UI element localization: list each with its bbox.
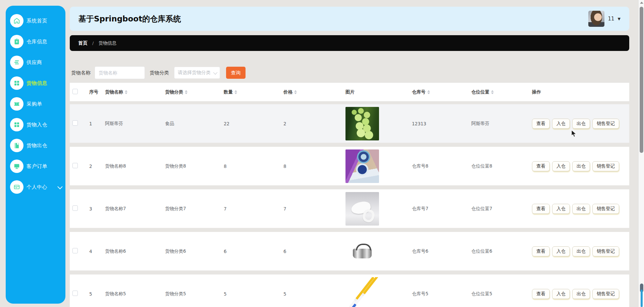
select-all-checkbox[interactable] [72, 89, 78, 94]
cell-goods-category: 食品 [165, 121, 224, 127]
sidebar-item-purchase-order[interactable]: 采购单 [6, 94, 65, 114]
column-header[interactable]: 货物名称 [105, 89, 165, 95]
inbound-button[interactable]: 入仓 [552, 204, 570, 214]
cell-quantity: 5 [224, 291, 283, 297]
inbound-button[interactable]: 入仓 [552, 119, 570, 129]
sort-caret-icon[interactable] [125, 90, 127, 94]
view-button[interactable]: 查看 [532, 119, 550, 129]
sales-register-button[interactable]: 销售登记 [592, 161, 619, 171]
sales-register-button[interactable]: 销售登记 [592, 246, 619, 256]
table-row: 1阿斯蒂芬食品22212313阿斯蒂芬查看入仓出仓销售登记 [70, 104, 629, 143]
sidebar-item-customer-order[interactable]: 客户订单 [6, 156, 65, 177]
user-menu[interactable]: 11 ▼ [588, 11, 621, 27]
cell-location: 仓位位置6 [471, 248, 532, 254]
ticket-icon [10, 97, 23, 111]
grid-icon [10, 76, 23, 90]
cell-location: 仓位位置8 [471, 163, 532, 169]
scrollbar-pin-stem [641, 290, 643, 307]
sidebar-item-supplier[interactable]: 供应商 [6, 52, 65, 73]
card-icon [10, 180, 23, 194]
sidebar-item-label: 货物出仓 [26, 142, 47, 149]
row-checkbox[interactable] [72, 205, 78, 211]
breadcrumb: 首页 / 货物信息 [70, 35, 629, 51]
cell-goods-name: 货物名称5 [105, 291, 165, 297]
column-header: 操作 [532, 89, 629, 95]
view-button[interactable]: 查看 [532, 161, 550, 171]
sidebar-item-goods-inbound[interactable]: 货物入仓 [6, 114, 65, 135]
book-icon [10, 139, 23, 152]
product-image [345, 192, 379, 226]
row-checkbox[interactable] [72, 163, 78, 168]
cell-price: 7 [283, 206, 345, 211]
sidebar-item-label: 采购单 [26, 101, 42, 107]
sort-caret-icon[interactable] [491, 90, 494, 94]
cell-warehouse: 仓库号7 [412, 206, 471, 212]
outbound-button[interactable]: 出仓 [572, 289, 590, 299]
table-row: 2货物名称8货物分类888仓库号8仓位位置8查看入仓出仓销售登记 [70, 147, 629, 185]
sort-caret-icon[interactable] [294, 90, 297, 94]
sales-register-button[interactable]: 销售登记 [592, 204, 619, 214]
monitor-icon [10, 160, 23, 173]
cell-index: 1 [89, 121, 105, 126]
sidebar-item-home[interactable]: 系统首页 [6, 10, 65, 31]
column-header[interactable]: 货物分类 [165, 89, 224, 95]
breadcrumb-current: 货物信息 [98, 40, 116, 46]
cell-index: 4 [89, 249, 105, 254]
cell-goods-category: 货物分类8 [165, 163, 224, 169]
avatar[interactable] [588, 11, 604, 27]
cell-goods-category: 货物分类7 [165, 206, 224, 212]
column-header[interactable]: 仓位位置 [471, 89, 532, 95]
category-select[interactable]: 请选择货物分类 [174, 67, 220, 79]
user-badge: 11 [608, 16, 614, 22]
search-button[interactable]: 查询 [226, 67, 246, 79]
breadcrumb-home[interactable]: 首页 [78, 40, 88, 46]
cell-quantity: 6 [224, 249, 283, 254]
column-header[interactable]: 价格 [283, 89, 345, 95]
view-button[interactable]: 查看 [532, 246, 550, 256]
scrollbar-up-arrow-icon[interactable] [640, 2, 643, 4]
goods-category-label: 货物分类 [150, 70, 169, 76]
sidebar-item-personal-center[interactable]: 个人中心 [6, 177, 65, 197]
cell-index: 2 [89, 164, 105, 169]
sort-caret-icon[interactable] [185, 90, 187, 94]
inbound-button[interactable]: 入仓 [552, 289, 570, 299]
outbound-button[interactable]: 出仓 [572, 119, 590, 129]
view-button[interactable]: 查看 [532, 289, 550, 299]
user-dropdown-caret-icon[interactable]: ▼ [618, 17, 621, 21]
cell-goods-name: 货物名称6 [105, 248, 165, 254]
sidebar-item-goods-info[interactable]: 货物信息 [6, 73, 65, 94]
inbound-button[interactable]: 入仓 [552, 246, 570, 256]
cell-quantity: 7 [224, 206, 283, 211]
row-checkbox[interactable] [72, 248, 78, 253]
row-checkbox[interactable] [72, 120, 78, 126]
sort-caret-icon[interactable] [234, 90, 237, 94]
grid2-icon [10, 118, 23, 131]
sidebar-item-label: 仓库信息 [26, 39, 47, 45]
cell-goods-name: 货物名称8 [105, 163, 165, 169]
inbound-button[interactable]: 入仓 [552, 161, 570, 171]
row-checkbox[interactable] [72, 291, 78, 296]
sort-caret-icon[interactable] [427, 90, 430, 94]
scrollbar[interactable] [638, 0, 644, 307]
outbound-button[interactable]: 出仓 [572, 246, 590, 256]
cell-price: 6 [283, 249, 345, 254]
column-header[interactable]: 仓库号 [412, 89, 471, 95]
sidebar-item-label: 客户订单 [26, 163, 47, 170]
scrollbar-thumb[interactable] [640, 7, 643, 153]
sales-register-button[interactable]: 销售登记 [592, 119, 619, 129]
goods-name-input[interactable] [95, 66, 145, 79]
outbound-button[interactable]: 出仓 [572, 204, 590, 214]
sidebar-item-label: 系统首页 [26, 18, 47, 24]
table-row: 3货物名称7货物分类777仓库号7仓位位置7查看入仓出仓销售登记 [70, 189, 629, 228]
sidebar-item-label: 个人中心 [26, 184, 47, 190]
sidebar-item-warehouse-info[interactable]: 仓库信息 [6, 31, 65, 52]
column-header[interactable]: 数量 [224, 89, 283, 95]
sidebar: 系统首页仓库信息供应商货物信息采购单货物入仓货物出仓客户订单个人中心 [6, 6, 65, 304]
goods-table: 序号货物名称货物分类数量价格图片仓库号仓位位置操作 1阿斯蒂芬食品2221231… [70, 83, 629, 307]
view-button[interactable]: 查看 [532, 204, 550, 214]
sidebar-menu: 系统首页仓库信息供应商货物信息采购单货物入仓货物出仓客户订单个人中心 [6, 10, 65, 197]
row-actions: 查看入仓出仓销售登记 [532, 289, 629, 299]
sales-register-button[interactable]: 销售登记 [592, 289, 619, 299]
sidebar-item-goods-outbound[interactable]: 货物出仓 [6, 135, 65, 156]
outbound-button[interactable]: 出仓 [572, 161, 590, 171]
